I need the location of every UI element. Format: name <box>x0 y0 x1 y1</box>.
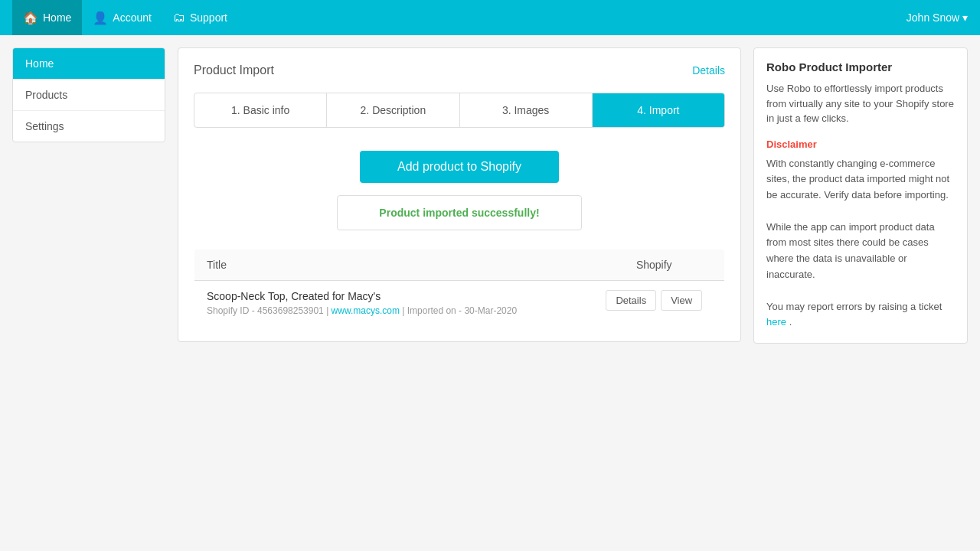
disclaimer-link[interactable]: here <box>766 316 786 328</box>
step-3-label: 3. Images <box>502 104 549 116</box>
col-shopify: Shopify <box>584 249 725 281</box>
details-button[interactable]: Details <box>606 290 656 311</box>
step-1-label: 1. Basic info <box>231 104 289 116</box>
home-icon: 🏠 <box>23 11 38 25</box>
product-title-cell: Scoop-Neck Top, Created for Macy's Shopi… <box>194 281 584 326</box>
top-navigation: 🏠 Home 👤 Account 🗂 Support John Snow ▾ <box>0 0 980 35</box>
source-url-link[interactable]: www.macys.com <box>332 305 400 316</box>
shopify-actions: Details View <box>596 290 713 311</box>
product-meta: Shopify ID - 4563698253901 | www.macys.c… <box>207 305 572 316</box>
disclaimer-text-2: While the app can import product data fr… <box>766 221 935 280</box>
details-link[interactable]: Details <box>692 64 725 77</box>
sidebar-settings-label: Settings <box>25 120 64 132</box>
main-layout: Home Products Settings Product Import De… <box>0 35 980 356</box>
sidebar: Home Products Settings <box>12 47 165 142</box>
disclaimer-period: . <box>789 316 792 328</box>
success-message-box: Product imported successfully! <box>337 195 582 230</box>
step-images[interactable]: 3. Images <box>460 93 593 127</box>
table-row: Scoop-Neck Top, Created for Macy's Shopi… <box>194 281 725 326</box>
sidebar-item-products[interactable]: Products <box>13 80 165 111</box>
table-header-row: Title Shopify <box>194 249 725 281</box>
product-table: Title Shopify Scoop-Neck Top, Created fo… <box>194 249 725 326</box>
sidebar-products-label: Products <box>25 89 67 101</box>
imported-on: Imported on - 30-Mar-2020 <box>407 305 517 316</box>
panel-title: Robo Product Importer <box>766 60 955 73</box>
disclaimer-text: With constantly changing e-commerce site… <box>766 156 955 331</box>
nav-support-label: Support <box>190 11 227 24</box>
disclaimer-title: Disclaimer <box>766 139 955 150</box>
success-text: Product imported successfully! <box>379 207 539 219</box>
add-product-button[interactable]: Add product to Shopify <box>360 151 559 183</box>
nav-account[interactable]: 👤 Account <box>82 0 162 35</box>
right-panel: Robo Product Importer Use Robo to effort… <box>753 47 968 344</box>
col-title: Title <box>194 249 584 281</box>
sidebar-item-settings[interactable]: Settings <box>13 111 165 142</box>
table-header: Title Shopify <box>194 249 725 281</box>
disclaimer-text-1: With constantly changing e-commerce site… <box>766 158 949 201</box>
product-import-title: Product Import <box>194 64 274 77</box>
product-title: Scoop-Neck Top, Created for Macy's <box>207 290 572 302</box>
steps-container: 1. Basic info 2. Description 3. Images 4… <box>194 93 725 128</box>
sidebar-item-home[interactable]: Home <box>13 48 165 80</box>
main-content: Product Import Details 1. Basic info 2. … <box>178 47 741 342</box>
panel-description: Use Robo to effortlessly import products… <box>766 81 955 126</box>
user-menu[interactable]: John Snow ▾ <box>906 11 968 24</box>
table-body: Scoop-Neck Top, Created for Macy's Shopi… <box>194 281 725 326</box>
disclaimer-text-3: You may report errors by raising a ticke… <box>766 301 942 312</box>
product-actions-cell: Details View <box>584 281 725 326</box>
nav-account-label: Account <box>113 11 152 24</box>
step-description[interactable]: 2. Description <box>327 93 459 127</box>
nav-support[interactable]: 🗂 Support <box>162 0 238 35</box>
view-button[interactable]: View <box>661 290 702 311</box>
sidebar-home-label: Home <box>25 57 54 70</box>
step-4-label: 4. Import <box>637 104 679 116</box>
step-import[interactable]: 4. Import <box>593 93 724 127</box>
step-2-label: 2. Description <box>361 104 426 116</box>
user-label: John Snow ▾ <box>906 11 968 24</box>
support-icon: 🗂 <box>173 11 185 24</box>
nav-home-label: Home <box>43 11 71 24</box>
step-basic-info[interactable]: 1. Basic info <box>194 93 327 127</box>
nav-home[interactable]: 🏠 Home <box>12 0 82 35</box>
shopify-id: Shopify ID - 4563698253901 <box>207 305 324 316</box>
product-import-header: Product Import Details <box>194 64 725 77</box>
account-icon: 👤 <box>93 11 108 25</box>
